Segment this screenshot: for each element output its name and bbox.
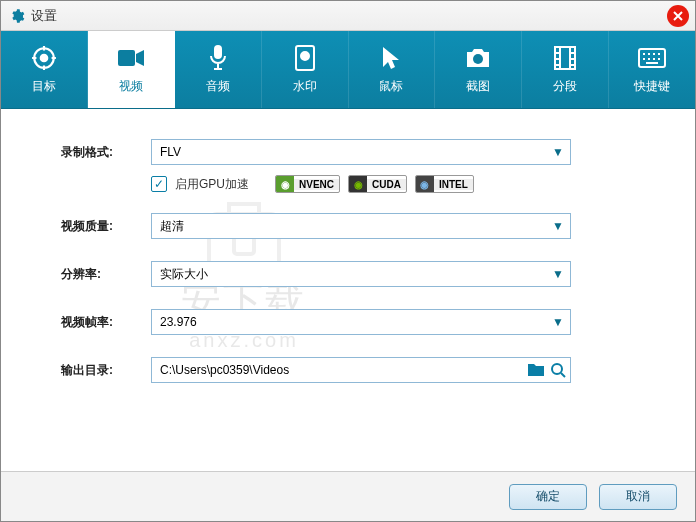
keyboard-icon — [638, 44, 666, 72]
resolution-label: 分辨率: — [61, 266, 151, 283]
quality-select[interactable]: 超清 ▼ — [151, 213, 571, 239]
tab-target[interactable]: 目标 — [1, 31, 88, 108]
target-icon — [30, 44, 58, 72]
camera-icon — [464, 44, 492, 72]
chevron-down-icon: ▼ — [552, 267, 564, 281]
quality-label: 视频质量: — [61, 218, 151, 235]
format-label: 录制格式: — [61, 144, 151, 161]
output-path[interactable]: C:\Users\pc0359\Videos — [151, 357, 571, 383]
badge-intel: ◉INTEL — [415, 175, 474, 193]
svg-point-1 — [41, 55, 48, 62]
gear-icon — [9, 8, 25, 24]
badge-cuda: ◉CUDA — [348, 175, 407, 193]
fps-select[interactable]: 23.976 ▼ — [151, 309, 571, 335]
tab-mouse[interactable]: 鼠标 — [349, 31, 436, 108]
watermark-icon — [291, 44, 319, 72]
tabs: 目标 视频 音频 水印 鼠标 截图 分段 快捷键 — [1, 31, 695, 109]
gpu-checkbox[interactable]: ✓ — [151, 176, 167, 192]
svg-rect-8 — [639, 49, 665, 67]
ok-button[interactable]: 确定 — [509, 484, 587, 510]
close-button[interactable] — [667, 5, 689, 27]
svg-point-6 — [473, 54, 483, 64]
svg-rect-2 — [118, 50, 135, 66]
fps-label: 视频帧率: — [61, 314, 151, 331]
gpu-label: 启用GPU加速 — [175, 176, 249, 193]
tab-watermark[interactable]: 水印 — [262, 31, 349, 108]
svg-point-5 — [301, 52, 309, 60]
mic-icon — [204, 44, 232, 72]
tab-segment[interactable]: 分段 — [522, 31, 609, 108]
search-icon[interactable] — [550, 362, 566, 378]
output-label: 输出目录: — [61, 362, 151, 379]
footer: 确定 取消 — [1, 471, 695, 521]
titlebar: 设置 — [1, 1, 695, 31]
svg-point-11 — [552, 364, 562, 374]
cancel-button[interactable]: 取消 — [599, 484, 677, 510]
folder-icon[interactable] — [528, 362, 544, 378]
tab-hotkey[interactable]: 快捷键 — [609, 31, 695, 108]
resolution-select[interactable]: 实际大小 ▼ — [151, 261, 571, 287]
window-title: 设置 — [31, 7, 57, 25]
content-panel: 安下载 anxz.com 录制格式: FLV ▼ ✓ 启用GPU加速 ◉NVEN… — [1, 109, 695, 471]
video-icon — [117, 44, 145, 72]
tab-video[interactable]: 视频 — [88, 31, 175, 108]
tab-audio[interactable]: 音频 — [175, 31, 262, 108]
cursor-icon — [377, 44, 405, 72]
chevron-down-icon: ▼ — [552, 145, 564, 159]
film-icon — [551, 44, 579, 72]
badge-nvenc: ◉NVENC — [275, 175, 340, 193]
format-select[interactable]: FLV ▼ — [151, 139, 571, 165]
chevron-down-icon: ▼ — [552, 315, 564, 329]
tab-screenshot[interactable]: 截图 — [435, 31, 522, 108]
svg-rect-3 — [214, 45, 222, 59]
chevron-down-icon: ▼ — [552, 219, 564, 233]
